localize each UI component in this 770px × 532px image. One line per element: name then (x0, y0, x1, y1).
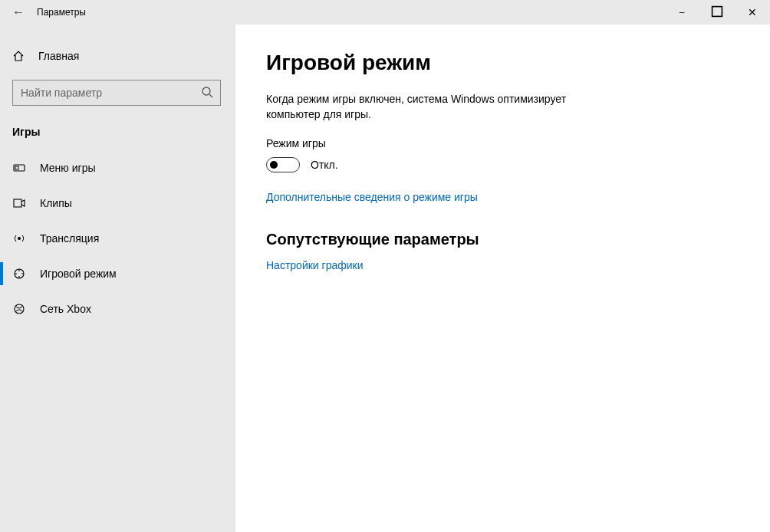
broadcast-icon (12, 232, 26, 245)
window-title: Параметры (37, 7, 86, 18)
sidebar-item-captures[interactable]: Клипы (0, 186, 235, 221)
sidebar-item-label: Игровой режим (40, 268, 117, 280)
window-body: Главная Игры Меню игры (0, 25, 770, 532)
related-heading: Сопутствующие параметры (266, 231, 770, 248)
game-mode-toggle[interactable] (266, 157, 300, 172)
svg-rect-5 (14, 199, 21, 207)
sidebar-category: Игры (0, 112, 235, 146)
sidebar-nav: Меню игры Клипы Трансляция (0, 150, 235, 327)
captures-icon (12, 197, 26, 209)
toggle-row: Откл. (266, 157, 770, 172)
svg-rect-0 (712, 6, 722, 16)
game-bar-icon (12, 162, 26, 174)
sidebar-item-label: Меню игры (40, 162, 96, 174)
svg-point-8 (15, 304, 24, 314)
sidebar-home[interactable]: Главная (0, 41, 235, 71)
search-icon (201, 86, 213, 100)
game-mode-icon (12, 268, 26, 280)
sidebar-item-game-bar[interactable]: Меню игры (0, 150, 235, 186)
toggle-knob-icon (270, 161, 278, 169)
xbox-icon (12, 303, 26, 315)
arrow-left-icon: ← (12, 5, 25, 19)
toggle-title: Режим игры (266, 137, 770, 149)
back-button[interactable]: ← (0, 0, 37, 25)
home-icon (12, 50, 25, 62)
close-icon: ✕ (748, 6, 757, 18)
graphics-settings-link[interactable]: Настройки графики (266, 259, 770, 271)
sidebar-home-label: Главная (38, 50, 79, 62)
search-wrap (12, 80, 221, 106)
sidebar-item-label: Трансляция (40, 232, 99, 245)
svg-line-2 (209, 94, 212, 97)
content-pane: Игровой режим Когда режим игры включен, … (235, 25, 770, 532)
svg-point-6 (18, 237, 21, 240)
titlebar: ← Параметры – ✕ (0, 0, 770, 25)
sidebar: Главная Игры Меню игры (0, 25, 235, 532)
close-button[interactable]: ✕ (735, 0, 770, 25)
maximize-button[interactable] (699, 0, 735, 25)
minimize-icon: – (680, 7, 685, 18)
page-description: Когда режим игры включен, система Window… (266, 92, 604, 122)
toggle-state-label: Откл. (311, 159, 338, 171)
svg-rect-4 (15, 166, 18, 169)
settings-window: ← Параметры – ✕ Главная (0, 0, 770, 532)
minimize-button[interactable]: – (664, 0, 699, 25)
sidebar-item-broadcasting[interactable]: Трансляция (0, 221, 235, 256)
maximize-icon (711, 5, 723, 20)
page-title: Игровой режим (266, 51, 770, 75)
search-input[interactable] (12, 80, 221, 106)
sidebar-item-label: Сеть Xbox (40, 303, 91, 315)
sidebar-item-game-mode[interactable]: Игровой режим (0, 256, 235, 291)
learn-more-link[interactable]: Дополнительные сведения о режиме игры (266, 191, 770, 203)
svg-point-1 (202, 87, 210, 95)
sidebar-item-xbox-network[interactable]: Сеть Xbox (0, 291, 235, 327)
sidebar-item-label: Клипы (40, 197, 72, 209)
